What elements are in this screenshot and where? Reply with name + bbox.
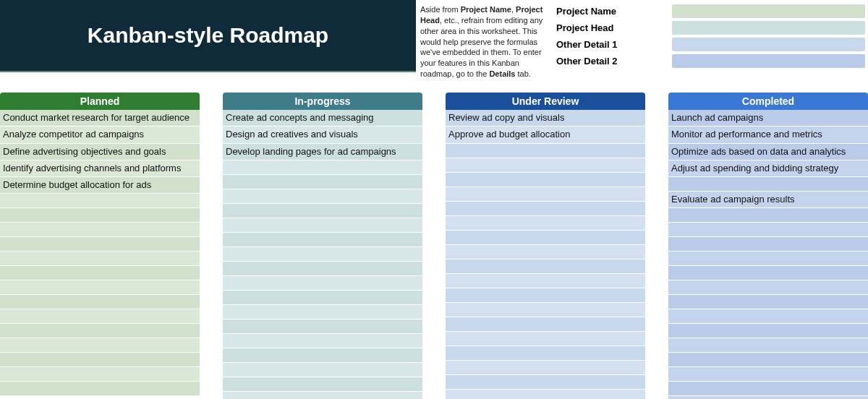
kanban-empty-slot[interactable] bbox=[0, 223, 200, 237]
meta-input-other-1[interactable] bbox=[672, 38, 865, 51]
kanban-card[interactable]: Review ad copy and visuals bbox=[446, 110, 645, 126]
kanban-empty-slot[interactable] bbox=[223, 204, 422, 218]
kanban-empty-slot[interactable] bbox=[0, 295, 200, 309]
kanban-empty-slot[interactable] bbox=[446, 144, 645, 158]
meta-label-other-2: Other Detail 2 bbox=[556, 54, 666, 68]
meta-input-other-2[interactable] bbox=[672, 54, 865, 68]
kanban-card[interactable]: Evaluate ad campaign results bbox=[668, 192, 868, 208]
kanban-card[interactable]: Approve ad budget allocation bbox=[446, 126, 645, 143]
kanban-card[interactable]: Determine budget allocation for ads bbox=[0, 177, 200, 194]
kanban-empty-slot[interactable] bbox=[223, 348, 422, 363]
header-row: Kanban-style Roadmap Aside from Project … bbox=[0, 0, 868, 72]
kanban-empty-slot[interactable] bbox=[0, 324, 200, 338]
kanban-empty-slot[interactable] bbox=[668, 208, 868, 223]
kanban-card[interactable]: Conduct market research for target audie… bbox=[0, 110, 200, 126]
kanban-columns: PlannedConduct market research for targe… bbox=[0, 72, 868, 399]
kanban-empty-slot[interactable] bbox=[446, 202, 645, 216]
kanban-empty-slot[interactable] bbox=[0, 237, 200, 252]
column-header-planned: Planned bbox=[0, 93, 200, 110]
kanban-card[interactable]: Define advertising objectives and goals bbox=[0, 144, 200, 160]
kanban-empty-slot[interactable] bbox=[668, 338, 868, 353]
kanban-empty-slot[interactable] bbox=[223, 189, 422, 204]
column-header-review: Under Review bbox=[446, 93, 645, 110]
kanban-empty-slot[interactable] bbox=[223, 175, 422, 189]
kanban-empty-slot[interactable] bbox=[668, 396, 868, 399]
column-planned: PlannedConduct market research for targe… bbox=[0, 93, 200, 399]
kanban-empty-slot[interactable] bbox=[446, 332, 645, 346]
kanban-empty-slot[interactable] bbox=[668, 309, 868, 324]
kanban-empty-slot[interactable] bbox=[223, 291, 422, 305]
kanban-empty-slot[interactable] bbox=[223, 363, 422, 377]
kanban-empty-slot[interactable] bbox=[446, 158, 645, 173]
kanban-card[interactable]: Monitor ad performance and metrics bbox=[668, 126, 868, 143]
kanban-card[interactable]: Identify advertising channels and platfo… bbox=[0, 160, 200, 177]
meta-input-project-head[interactable] bbox=[672, 21, 865, 35]
kanban-card[interactable]: Launch ad campaigns bbox=[668, 110, 868, 126]
kanban-empty-slot[interactable] bbox=[668, 367, 868, 382]
kanban-empty-slot[interactable] bbox=[446, 259, 645, 274]
kanban-empty-slot[interactable] bbox=[223, 218, 422, 233]
column-inprog: In-progressCreate ad concepts and messag… bbox=[223, 93, 422, 399]
kanban-empty-slot[interactable] bbox=[446, 288, 645, 303]
meta-inputs bbox=[669, 0, 868, 72]
kanban-empty-slot[interactable] bbox=[446, 187, 645, 202]
kanban-empty-slot[interactable] bbox=[0, 252, 200, 266]
page-title: Kanban-style Roadmap bbox=[88, 23, 328, 48]
kanban-empty-slot[interactable] bbox=[668, 280, 868, 295]
meta-label-other-1: Other Detail 1 bbox=[556, 38, 666, 51]
kanban-empty-slot[interactable] bbox=[446, 245, 645, 259]
kanban-empty-slot[interactable] bbox=[446, 173, 645, 187]
kanban-empty-slot[interactable] bbox=[223, 160, 422, 175]
kanban-empty-slot[interactable] bbox=[0, 309, 200, 324]
kanban-empty-slot[interactable] bbox=[0, 194, 200, 208]
kanban-card[interactable]: Design ad creatives and visuals bbox=[223, 126, 422, 143]
kanban-empty-slot[interactable] bbox=[668, 223, 868, 237]
kanban-card[interactable]: Create ad concepts and messaging bbox=[223, 110, 422, 126]
kanban-empty-slot[interactable] bbox=[223, 392, 422, 399]
kanban-empty-slot[interactable] bbox=[446, 375, 645, 390]
kanban-empty-slot[interactable] bbox=[446, 317, 645, 332]
kanban-empty-slot[interactable] bbox=[446, 216, 645, 231]
kanban-empty-slot[interactable] bbox=[0, 266, 200, 280]
kanban-empty-slot[interactable] bbox=[223, 305, 422, 319]
meta-label-project-head: Project Head bbox=[556, 21, 666, 35]
kanban-empty-slot[interactable] bbox=[668, 382, 868, 396]
kanban-empty-slot[interactable] bbox=[223, 276, 422, 291]
kanban-empty-slot[interactable] bbox=[223, 377, 422, 392]
column-done: CompletedLaunch ad campaignsMonitor ad p… bbox=[668, 93, 868, 399]
kanban-empty-slot[interactable] bbox=[223, 334, 422, 348]
column-header-inprog: In-progress bbox=[223, 93, 422, 110]
kanban-empty-slot[interactable] bbox=[668, 266, 868, 280]
kanban-empty-slot[interactable] bbox=[223, 233, 422, 247]
kanban-empty-slot[interactable] bbox=[446, 303, 645, 317]
kanban-card[interactable] bbox=[668, 177, 868, 192]
kanban-empty-slot[interactable] bbox=[446, 346, 645, 361]
kanban-card[interactable]: Analyze competitor ad campaigns bbox=[0, 126, 200, 143]
page-title-banner: Kanban-style Roadmap bbox=[0, 0, 416, 72]
kanban-card[interactable]: Develop landing pages for ad campaigns bbox=[223, 144, 422, 160]
kanban-empty-slot[interactable] bbox=[446, 390, 645, 400]
kanban-empty-slot[interactable] bbox=[223, 319, 422, 334]
meta-input-project-name[interactable] bbox=[672, 4, 865, 18]
kanban-empty-slot[interactable] bbox=[446, 274, 645, 288]
meta-labels: Project Name Project Head Other Detail 1… bbox=[553, 0, 669, 72]
kanban-empty-slot[interactable] bbox=[0, 353, 200, 367]
kanban-empty-slot[interactable] bbox=[446, 361, 645, 375]
kanban-empty-slot[interactable] bbox=[223, 247, 422, 262]
kanban-card[interactable]: Optimize ads based on data and analytics bbox=[668, 144, 868, 160]
kanban-empty-slot[interactable] bbox=[0, 367, 200, 382]
kanban-empty-slot[interactable] bbox=[223, 262, 422, 276]
kanban-empty-slot[interactable] bbox=[668, 324, 868, 338]
kanban-empty-slot[interactable] bbox=[446, 231, 645, 245]
kanban-empty-slot[interactable] bbox=[0, 280, 200, 295]
kanban-card[interactable]: Adjust ad spending and bidding strategy bbox=[668, 160, 868, 177]
kanban-empty-slot[interactable] bbox=[668, 252, 868, 266]
column-header-done: Completed bbox=[668, 93, 868, 110]
meta-label-project-name: Project Name bbox=[556, 4, 666, 18]
kanban-empty-slot[interactable] bbox=[0, 382, 200, 396]
kanban-empty-slot[interactable] bbox=[668, 237, 868, 252]
kanban-empty-slot[interactable] bbox=[668, 295, 868, 309]
kanban-empty-slot[interactable] bbox=[0, 208, 200, 223]
kanban-empty-slot[interactable] bbox=[668, 353, 868, 367]
kanban-empty-slot[interactable] bbox=[0, 338, 200, 353]
